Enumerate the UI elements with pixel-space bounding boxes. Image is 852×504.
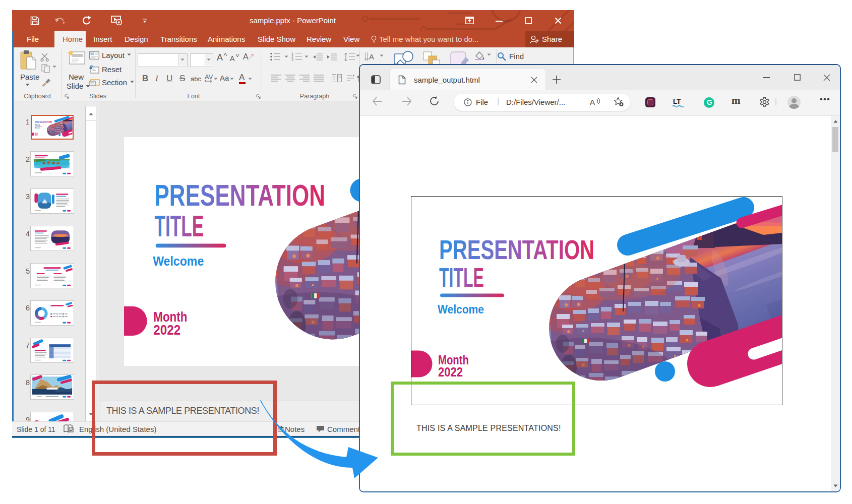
- svg-text:A: A: [590, 98, 595, 106]
- svg-text:3: 3: [291, 58, 293, 61]
- svg-text:A: A: [369, 52, 374, 61]
